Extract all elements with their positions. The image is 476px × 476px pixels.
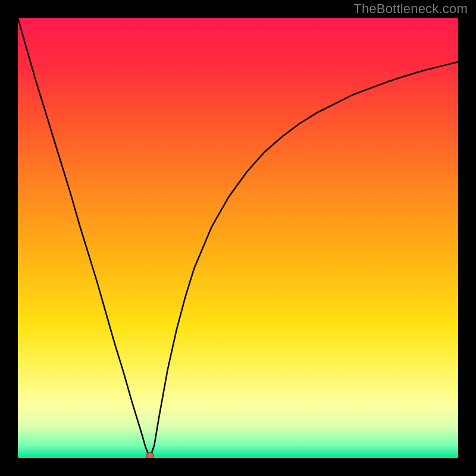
plot-area bbox=[18, 18, 458, 458]
chart-frame: TheBottleneck.com bbox=[0, 0, 476, 476]
min-marker bbox=[146, 453, 154, 459]
watermark-text: TheBottleneck.com bbox=[353, 1, 468, 17]
chart-svg bbox=[18, 18, 458, 458]
